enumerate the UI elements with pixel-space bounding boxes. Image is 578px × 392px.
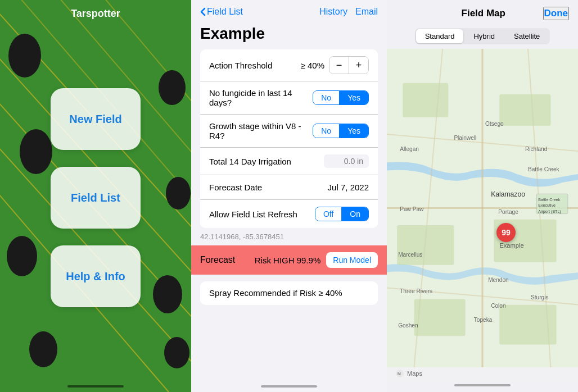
growth-stage-label: Growth stage within V8 - R4?: [209, 121, 313, 140]
fungicide-control: No Yes: [313, 90, 369, 105]
map-done-button[interactable]: Done: [543, 7, 570, 20]
irrigation-input-wrap: [324, 154, 369, 168]
spray-row: Spray Recommended if Risk ≥ 40%: [200, 281, 378, 305]
growth-segmented: No Yes: [313, 124, 369, 138]
pin-value: 99: [502, 228, 511, 237]
svg-text:Topeka: Topeka: [474, 317, 493, 323]
map-bottom-bar: M Maps: [387, 367, 578, 382]
svg-text:Goshen: Goshen: [398, 322, 418, 329]
svg-text:Paw Paw: Paw Paw: [400, 206, 424, 212]
action-threshold-label: Action Threshold: [209, 61, 301, 70]
field-oval: [164, 337, 189, 368]
map-type-standard[interactable]: Standard: [416, 29, 464, 43]
apple-maps-icon: M: [396, 370, 404, 377]
history-button[interactable]: History: [319, 7, 347, 17]
svg-text:Mendon: Mendon: [488, 277, 509, 283]
map-title: Field Map: [462, 8, 505, 19]
action-threshold-value: ≥ 40% − +: [301, 56, 369, 74]
refresh-control: Off On: [315, 207, 369, 221]
forecast-date-label: Forecast Date: [209, 183, 328, 192]
svg-text:M: M: [398, 372, 401, 376]
refresh-off[interactable]: Off: [315, 207, 341, 221]
irrigation-row: Total 14 Day Irrigation: [200, 148, 378, 175]
field-detail-panel: Field List History Email Example Action …: [191, 0, 387, 392]
fungicide-no[interactable]: No: [313, 91, 339, 104]
threshold-stepper: − +: [329, 56, 369, 74]
spray-label: Spray Recommended if Risk ≥ 40%: [209, 288, 342, 298]
svg-rect-16: [499, 94, 550, 126]
home-indicator: [67, 385, 124, 388]
refresh-on[interactable]: On: [342, 207, 368, 221]
svg-text:Colon: Colon: [491, 303, 505, 309]
fungicide-yes[interactable]: Yes: [340, 91, 368, 104]
irrigation-label: Total 14 Day Irrigation: [209, 157, 324, 166]
svg-text:Battle Creek: Battle Creek: [528, 166, 560, 172]
coordinates: 42.1141968, -85.3678451: [191, 228, 387, 245]
svg-rect-17: [397, 225, 454, 265]
run-model-button[interactable]: Run Model: [326, 252, 378, 268]
svg-rect-20: [499, 305, 556, 345]
help-info-button[interactable]: Help & Info: [51, 245, 141, 307]
new-field-button[interactable]: New Field: [51, 88, 141, 150]
field-oval: [8, 34, 41, 78]
field-oval: [153, 275, 182, 313]
app-title: Tarspotter: [71, 8, 120, 20]
field-oval: [159, 70, 186, 105]
fungicide-row: No fungicide in last 14 days? No Yes: [200, 81, 378, 115]
svg-text:Otsego: Otsego: [485, 121, 504, 127]
settings-list: Action Threshold ≥ 40% − + No fungicide …: [200, 49, 378, 228]
svg-text:Airport (BTL): Airport (BTL): [538, 209, 561, 214]
field-pin: 99: [496, 223, 516, 242]
field-list-button[interactable]: Field List: [51, 167, 141, 229]
svg-text:Executive: Executive: [538, 203, 556, 208]
irrigation-input[interactable]: [324, 154, 369, 168]
home-bar: [454, 384, 511, 386]
growth-stage-row: Growth stage within V8 - R4? No Yes: [200, 115, 378, 148]
forecast-row: Forecast Risk HIGH 99.9% Run Model: [191, 245, 387, 275]
svg-text:Battle Creek: Battle Creek: [538, 198, 560, 202]
field-list-label: Field List: [71, 191, 120, 204]
help-info-label: Help & Info: [66, 270, 125, 283]
map-type-control: Standard Hybrid Satellite: [387, 25, 578, 49]
maps-label: Maps: [407, 370, 422, 377]
back-label: Field List: [207, 7, 243, 17]
home-indicator-2: [261, 385, 317, 388]
email-button[interactable]: Email: [355, 7, 378, 17]
growth-no[interactable]: No: [313, 124, 339, 138]
svg-text:Kalamazoo: Kalamazoo: [491, 190, 525, 198]
svg-rect-15: [403, 83, 448, 117]
growth-stage-control: No Yes: [313, 124, 369, 138]
svg-text:Three Rivers: Three Rivers: [400, 288, 432, 294]
fungicide-segmented: No Yes: [313, 90, 369, 105]
svg-text:Marcellus: Marcellus: [398, 252, 422, 258]
svg-text:Example: Example: [499, 242, 523, 249]
field-oval: [166, 177, 191, 209]
field-oval: [7, 236, 37, 276]
refresh-label: Allow Field List Refresh: [209, 209, 315, 219]
detail-content: Action Threshold ≥ 40% − + No fungicide …: [191, 49, 387, 392]
svg-text:Sturgis: Sturgis: [531, 294, 548, 300]
stepper-plus[interactable]: +: [349, 57, 368, 74]
stepper-minus[interactable]: −: [329, 57, 349, 74]
main-menu: New Field Field List Help & Info: [51, 20, 141, 375]
navigation-bar: Field List History Email: [191, 0, 387, 20]
on-off-segmented: Off On: [315, 207, 369, 221]
field-oval: [20, 129, 52, 174]
map-type-hybrid[interactable]: Hybrid: [464, 29, 504, 43]
refresh-row: Allow Field List Refresh Off On: [200, 200, 378, 228]
forecast-right: Risk HIGH 99.9% Run Model: [255, 252, 378, 268]
map-content: Kalamazoo Example Paw Paw Portage Marcel…: [387, 49, 578, 367]
forecast-date-value: Jul 7, 2022: [328, 183, 369, 192]
map-nav-bar: Field Map Done: [387, 0, 578, 25]
action-threshold-row: Action Threshold ≥ 40% − +: [200, 49, 378, 81]
map-type-satellite[interactable]: Satellite: [505, 29, 549, 43]
forecast-date-row: Forecast Date Jul 7, 2022: [200, 175, 378, 200]
svg-text:Plainwell: Plainwell: [454, 135, 476, 141]
back-button[interactable]: Field List: [200, 7, 243, 17]
svg-text:Richland: Richland: [525, 146, 547, 152]
growth-yes[interactable]: Yes: [340, 124, 368, 138]
svg-rect-19: [414, 299, 466, 336]
forecast-risk: Risk HIGH 99.9%: [255, 256, 321, 265]
svg-text:Portage: Portage: [498, 209, 518, 215]
forecast-label: Forecast: [200, 255, 235, 265]
